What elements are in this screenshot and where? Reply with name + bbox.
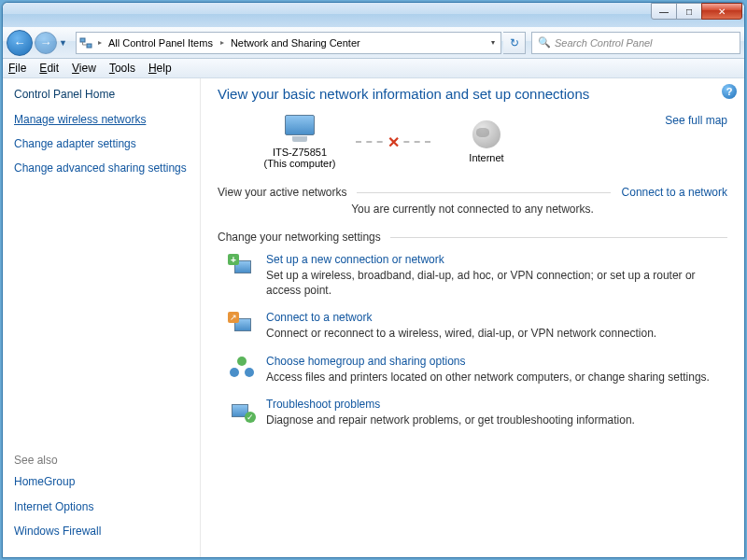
menu-file[interactable]: File bbox=[8, 62, 26, 75]
option-desc: Access files and printers located on oth… bbox=[266, 370, 724, 385]
see-also-section: See also HomeGroup Internet Options Wind… bbox=[14, 454, 189, 548]
window-frame: — □ ✕ ← → ▼ ▸ All Control Panel Items ▸ … bbox=[2, 2, 745, 558]
menu-edit[interactable]: Edit bbox=[39, 62, 59, 75]
refresh-button[interactable]: ↻ bbox=[503, 32, 526, 54]
breadcrumb-current[interactable]: Network and Sharing Center bbox=[227, 37, 365, 49]
connection-broken[interactable]: ✕ bbox=[356, 141, 430, 143]
sidebar-item-wireless[interactable]: Manage wireless networks bbox=[14, 112, 189, 127]
options-list: + Set up a new connection or network Set… bbox=[218, 253, 727, 427]
close-button[interactable]: ✕ bbox=[701, 3, 742, 20]
search-placeholder: Search Control Panel bbox=[555, 37, 653, 49]
maximize-button[interactable]: □ bbox=[676, 3, 702, 20]
chevron-right-icon: ▸ bbox=[95, 38, 105, 47]
connect-network-icon: ↗ bbox=[229, 311, 255, 337]
main-panel: ? View your basic network information an… bbox=[201, 78, 744, 557]
page-title: View your basic network information and … bbox=[218, 86, 727, 102]
homegroup-icon bbox=[229, 355, 255, 381]
sidebar: Control Panel Home Manage wireless netwo… bbox=[3, 78, 201, 557]
menu-tools[interactable]: Tools bbox=[109, 62, 135, 75]
globe-icon bbox=[468, 120, 505, 150]
internet-label: Internet bbox=[430, 152, 543, 163]
search-icon: 🔍 bbox=[538, 36, 551, 49]
option-desc: Connect or reconnect to a wireless, wire… bbox=[266, 326, 724, 341]
option-setup-connection[interactable]: + Set up a new connection or network Set… bbox=[229, 253, 724, 298]
see-also-firewall[interactable]: Windows Firewall bbox=[14, 524, 189, 539]
sidebar-item-adapter[interactable]: Change adapter settings bbox=[14, 136, 189, 151]
menu-help[interactable]: Help bbox=[148, 62, 172, 75]
content-area: Control Panel Home Manage wireless netwo… bbox=[3, 78, 744, 557]
see-also-internet-options[interactable]: Internet Options bbox=[14, 499, 189, 514]
internet-node[interactable]: Internet bbox=[430, 120, 543, 163]
option-title: Troubleshoot problems bbox=[266, 398, 724, 411]
sidebar-item-advanced-sharing[interactable]: Change advanced sharing settings bbox=[14, 161, 189, 175]
option-desc: Diagnose and repair network problems, or… bbox=[266, 413, 724, 427]
chevron-right-icon: ▸ bbox=[218, 38, 227, 47]
x-icon: ✕ bbox=[386, 133, 402, 151]
option-desc: Set up a wireless, broadband, dial-up, a… bbox=[266, 268, 724, 298]
address-bar[interactable]: ▸ All Control Panel Items ▸ Network and … bbox=[76, 32, 501, 54]
option-troubleshoot[interactable]: ✓ Troubleshoot problems Diagnose and rep… bbox=[229, 398, 724, 427]
no-connection-message: You are currently not connected to any n… bbox=[218, 203, 727, 216]
help-icon[interactable]: ? bbox=[722, 84, 737, 99]
option-connect-network[interactable]: ↗ Connect to a network Connect or reconn… bbox=[229, 311, 724, 341]
networking-settings-header: Change your networking settings bbox=[218, 231, 727, 244]
menu-view[interactable]: View bbox=[72, 62, 96, 75]
troubleshoot-icon: ✓ bbox=[229, 398, 255, 424]
networking-settings-label: Change your networking settings bbox=[218, 231, 381, 244]
network-diagram: ITS-Z75851 (This computer) ✕ Internet bbox=[244, 115, 727, 169]
see-also-header: See also bbox=[14, 454, 189, 467]
active-networks-header: View your active networks Connect to a n… bbox=[218, 186, 727, 199]
titlebar[interactable]: — □ ✕ bbox=[3, 3, 744, 27]
active-networks-label: View your active networks bbox=[218, 186, 347, 199]
forward-button[interactable]: → bbox=[35, 32, 57, 54]
option-title: Connect to a network bbox=[266, 311, 724, 324]
addressbar-dropdown[interactable]: ▾ bbox=[486, 38, 500, 47]
network-icon bbox=[77, 36, 95, 49]
option-title: Set up a new connection or network bbox=[266, 253, 724, 266]
computer-name: ITS-Z75851 bbox=[244, 147, 356, 158]
see-also-homegroup[interactable]: HomeGroup bbox=[14, 474, 189, 489]
computer-sub: (This computer) bbox=[244, 158, 356, 169]
minimize-button[interactable]: — bbox=[651, 3, 677, 20]
computer-icon bbox=[281, 115, 318, 145]
control-panel-home-link[interactable]: Control Panel Home bbox=[14, 88, 189, 101]
setup-connection-icon: + bbox=[229, 253, 255, 279]
see-full-map-link[interactable]: See full map bbox=[665, 114, 727, 127]
search-input[interactable]: 🔍 Search Control Panel bbox=[531, 32, 740, 54]
option-homegroup[interactable]: Choose homegroup and sharing options Acc… bbox=[229, 355, 724, 385]
svg-rect-0 bbox=[80, 38, 85, 42]
breadcrumb-parent[interactable]: All Control Panel Items bbox=[105, 37, 218, 49]
this-computer-node[interactable]: ITS-Z75851 (This computer) bbox=[244, 115, 356, 169]
connect-to-network-link[interactable]: Connect to a network bbox=[622, 186, 727, 199]
navbar: ← → ▼ ▸ All Control Panel Items ▸ Networ… bbox=[3, 27, 744, 59]
menu-bar: File Edit View Tools Help bbox=[3, 59, 744, 78]
svg-rect-1 bbox=[87, 44, 92, 48]
back-button[interactable]: ← bbox=[7, 30, 33, 56]
history-dropdown[interactable]: ▼ bbox=[59, 38, 70, 48]
option-title: Choose homegroup and sharing options bbox=[266, 355, 724, 368]
